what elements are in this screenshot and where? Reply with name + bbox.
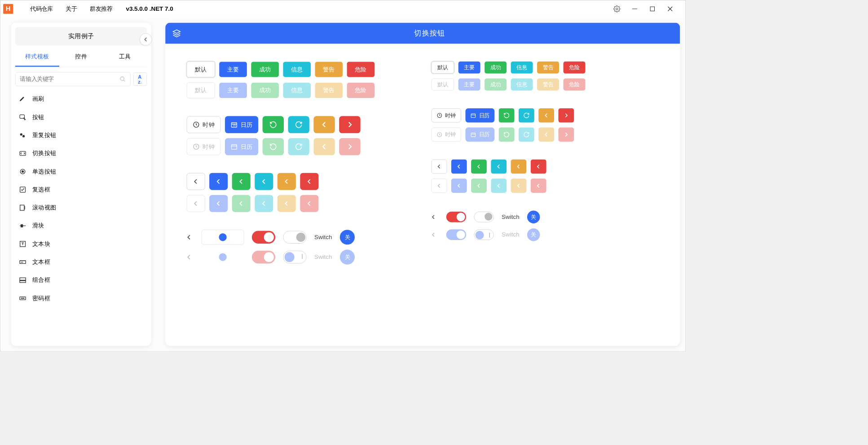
sq-info-disabled[interactable] <box>255 195 273 212</box>
sq-danger-sm-disabled[interactable] <box>531 178 546 193</box>
sq-info[interactable] <box>255 173 273 190</box>
sq-warning-disabled[interactable] <box>278 195 296 212</box>
btn-success-sm-disabled[interactable]: 成功 <box>485 79 507 91</box>
btn-info[interactable]: 信息 <box>283 62 311 77</box>
toggle-off-bordered-sm[interactable] <box>474 212 493 222</box>
toggle-off-withbar-disabled[interactable] <box>283 251 306 263</box>
sq-info-sm-disabled[interactable] <box>491 178 507 193</box>
nav-item-button[interactable]: 按钮 <box>15 108 147 126</box>
btn-success[interactable]: 成功 <box>251 62 279 77</box>
toggle-red-on-disabled[interactable] <box>252 251 275 263</box>
btn-danger-disabled[interactable]: 危险 <box>347 83 375 98</box>
btn-refresh-ccw-disabled[interactable] <box>263 138 284 155</box>
toggle-blue-on-sm-disabled[interactable] <box>446 229 466 240</box>
btn-danger-sm-disabled[interactable]: 危险 <box>564 79 586 91</box>
btn-chevron-left-warning-sm-disabled[interactable] <box>538 128 554 142</box>
nav-item-textblock[interactable]: 文本块 <box>15 235 147 253</box>
btn-chevron-right-danger-sm-disabled[interactable] <box>558 128 574 142</box>
btn-primary-sm[interactable]: 主要 <box>458 62 480 74</box>
btn-refresh-ccw-sm[interactable] <box>499 108 515 123</box>
btn-clock-sm[interactable]: 时钟 <box>432 108 461 123</box>
btn-warning-sm[interactable]: 警告 <box>537 62 559 74</box>
btn-success-sm[interactable]: 成功 <box>485 62 507 74</box>
pill-off-button-sm-disabled[interactable]: 关 <box>527 228 540 241</box>
btn-danger[interactable]: 危险 <box>347 62 375 77</box>
btn-warning-disabled[interactable]: 警告 <box>315 83 343 98</box>
btn-success-disabled[interactable]: 成功 <box>251 83 279 98</box>
sq-default-sm[interactable] <box>432 160 447 174</box>
sq-danger-disabled[interactable] <box>300 195 318 212</box>
sq-default-disabled[interactable] <box>187 195 205 212</box>
sq-default-sm-disabled[interactable] <box>432 178 447 193</box>
sidebar-collapse-button[interactable] <box>140 33 152 45</box>
btn-warning-sm-disabled[interactable]: 警告 <box>537 79 559 91</box>
sq-success-disabled[interactable] <box>232 195 251 212</box>
btn-chevron-left-warning[interactable] <box>313 116 335 133</box>
btn-refresh-ccw-sm-disabled[interactable] <box>499 128 515 142</box>
sq-warning[interactable] <box>278 173 296 190</box>
btn-calendar-sm[interactable]: 日历 <box>465 108 494 123</box>
chevron-left-icon[interactable] <box>432 215 439 219</box>
sq-danger[interactable] <box>300 173 318 190</box>
toggle-off-bordered[interactable] <box>283 231 306 244</box>
pill-off-button[interactable]: 关 <box>340 230 355 245</box>
toggle-dot-large-disabled[interactable] <box>202 249 244 264</box>
btn-calendar[interactable]: 15日历 <box>225 116 258 133</box>
sq-primary-sm[interactable] <box>451 160 467 174</box>
btn-clock-sm-disabled[interactable]: 时钟 <box>432 128 461 142</box>
sq-danger-sm[interactable] <box>531 160 546 174</box>
btn-info-disabled[interactable]: 信息 <box>283 83 311 98</box>
sq-success-sm-disabled[interactable] <box>471 178 487 193</box>
btn-refresh-cw-sm[interactable] <box>519 108 534 123</box>
menu-about[interactable]: 关于 <box>59 5 84 13</box>
sort-button[interactable]: Az↓ <box>133 72 147 86</box>
btn-default-sm-disabled[interactable]: 默认 <box>432 79 454 91</box>
btn-danger-sm[interactable]: 危险 <box>564 62 586 74</box>
sq-primary-disabled[interactable] <box>209 195 228 212</box>
btn-calendar-disabled[interactable]: 日历 <box>225 138 258 155</box>
btn-refresh-cw[interactable] <box>288 116 309 133</box>
sidebar-header[interactable]: 实用例子 <box>15 27 147 45</box>
sq-success-sm[interactable] <box>471 160 487 174</box>
nav-item-toggle-button[interactable]: 切换按钮 <box>15 144 147 162</box>
pill-off-button-disabled[interactable]: 关 <box>340 249 355 264</box>
sq-warning-sm-disabled[interactable] <box>511 178 527 193</box>
nav-item-slider[interactable]: 滑块 <box>15 217 147 235</box>
tab-templates[interactable]: 样式模板 <box>15 48 59 67</box>
btn-info-sm-disabled[interactable]: 信息 <box>511 79 533 91</box>
sq-primary[interactable] <box>209 173 228 190</box>
btn-warning[interactable]: 警告 <box>315 62 343 77</box>
btn-primary-disabled[interactable]: 主要 <box>219 83 247 98</box>
minimize-button[interactable] <box>631 5 638 13</box>
btn-calendar-sm-disabled[interactable]: 日历 <box>465 128 494 142</box>
btn-chevron-right-danger-sm[interactable] <box>558 108 574 123</box>
sq-default[interactable] <box>187 173 205 190</box>
nav-item-textbox[interactable]: ab文本框 <box>15 253 147 271</box>
btn-default-disabled[interactable]: 默认 <box>187 82 215 98</box>
btn-refresh-cw-sm-disabled[interactable] <box>519 128 534 142</box>
btn-default[interactable]: 默认 <box>187 62 215 78</box>
chevron-left-icon[interactable] <box>187 235 194 240</box>
btn-info-sm[interactable]: 信息 <box>511 62 533 74</box>
sq-warning-sm[interactable] <box>511 160 527 174</box>
btn-chevron-right-danger-disabled[interactable] <box>339 138 360 155</box>
nav-item-repeat-button[interactable]: 重复按钮 <box>15 126 147 144</box>
toggle-red-on-sm[interactable] <box>446 212 466 222</box>
btn-primary-sm-disabled[interactable]: 主要 <box>458 79 480 91</box>
btn-clock[interactable]: 时钟 <box>187 116 221 133</box>
maximize-button[interactable] <box>649 5 656 13</box>
btn-chevron-left-warning-sm[interactable] <box>538 108 554 123</box>
nav-list[interactable]: 画刷 按钮 重复按钮 切换按钮 单选按钮 复选框 滚动视图 滑块 文本块 ab文… <box>15 90 147 342</box>
pill-off-button-sm[interactable]: 关 <box>527 210 540 223</box>
menu-recommend[interactable]: 群友推荐 <box>84 5 119 13</box>
nav-item-scrollviewer[interactable]: 滚动视图 <box>15 199 147 217</box>
sq-info-sm[interactable] <box>491 160 507 174</box>
sq-success[interactable] <box>232 173 251 190</box>
settings-button[interactable] <box>613 5 621 13</box>
btn-primary[interactable]: 主要 <box>219 62 247 77</box>
btn-refresh-cw-disabled[interactable] <box>288 138 309 155</box>
chevron-left-icon[interactable] <box>432 232 439 236</box>
menu-repo[interactable]: 代码仓库 <box>24 5 59 13</box>
nav-item-radio-button[interactable]: 单选按钮 <box>15 162 147 180</box>
nav-item-passwordbox[interactable]: 密码框 <box>15 289 147 307</box>
